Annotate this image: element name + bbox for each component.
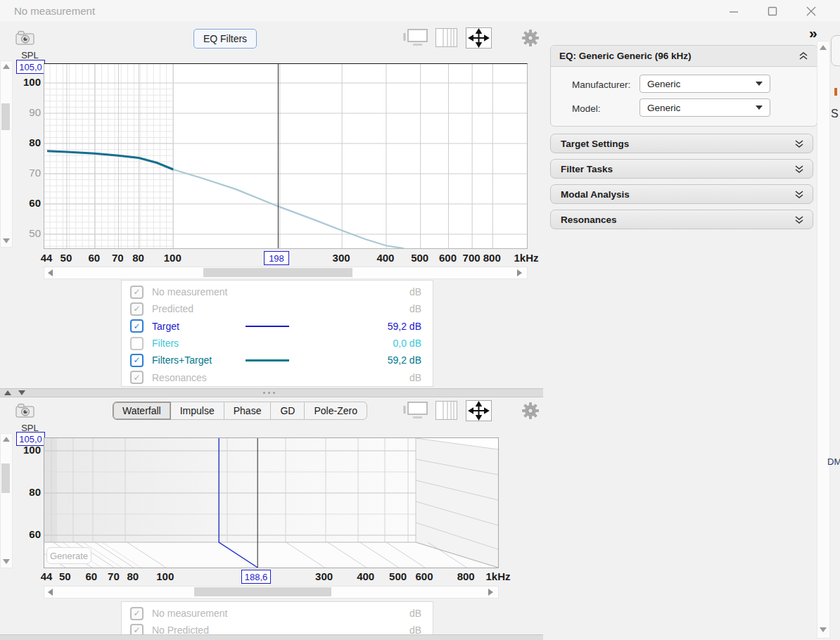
manufacturer-dropdown[interactable]: Generic	[639, 75, 770, 93]
bottom-x-tick-label: 1kHz	[478, 570, 518, 582]
pan-zoom-button-bottom[interactable]	[466, 400, 492, 421]
scroll-left-arrow-icon[interactable]	[48, 589, 53, 596]
capture-image-button[interactable]	[15, 29, 35, 46]
clipped-text-bottom: DM	[827, 456, 840, 467]
section-target-settings[interactable]: Target Settings	[550, 134, 813, 153]
legend-value: dB	[351, 372, 421, 383]
close-button[interactable]	[802, 6, 820, 17]
rew-eq-window: No measurement EQ Filters	[0, 0, 840, 640]
top-y-tick-label: 100	[10, 76, 41, 88]
pan-zoom-button[interactable]	[466, 27, 492, 49]
legend-label: No measurement	[152, 286, 246, 297]
layout-columns-button[interactable]	[435, 28, 457, 47]
legend-row: Filters0,0 dB	[122, 335, 433, 352]
legend-checkbox: ✓	[130, 302, 144, 316]
model-value: Generic	[647, 103, 680, 113]
tab-impulse[interactable]: Impulse	[170, 402, 224, 420]
layout-columns-button-bottom[interactable]	[435, 401, 457, 420]
top-chart-horizontal-scrollbar[interactable]	[44, 267, 528, 279]
splitter-collapse-up-icon[interactable]	[4, 390, 11, 395]
top-y-tick-label: 70	[10, 167, 41, 179]
right-panel-scrollbar[interactable]	[817, 41, 830, 639]
bottom-chart-legend: ✓No measurementdB✓No PredicteddB	[121, 601, 433, 639]
model-dropdown[interactable]: Generic	[639, 98, 770, 117]
splitter-collapse-down-icon[interactable]	[18, 390, 25, 395]
eq-filters-button[interactable]: EQ Filters	[193, 29, 257, 49]
legend-checkbox[interactable]	[130, 337, 144, 350]
vertical-scroll-thumb[interactable]	[1, 463, 10, 493]
capture-to-monitor-button[interactable]	[403, 28, 428, 46]
titlebar: No measurement	[0, 0, 840, 21]
bottom-waterfall-chart[interactable]	[44, 437, 499, 568]
section-resonances[interactable]: Resonances	[550, 210, 813, 229]
section-filter-tasks[interactable]: Filter Tasks	[550, 159, 813, 179]
legend-label: Target	[152, 321, 246, 332]
bottom-chart-horizontal-scrollbar[interactable]	[44, 586, 499, 599]
scroll-down-arrow-icon[interactable]	[3, 559, 10, 564]
expand-chevron-down-icon[interactable]	[794, 190, 804, 199]
bottom-chart-canvas	[44, 438, 498, 568]
clipped-panel-button	[831, 35, 840, 66]
legend-checkbox[interactable]: ✓	[130, 319, 144, 333]
minimize-button[interactable]	[725, 6, 743, 17]
top-chart-canvas	[44, 64, 527, 248]
graph-settings-button[interactable]	[521, 29, 540, 47]
top-chart-legend: ✓No measurementdB✓PredicteddB✓Target59,2…	[121, 280, 433, 387]
legend-label: Resonances	[152, 372, 246, 383]
graph-settings-button-bottom[interactable]	[521, 402, 540, 420]
scroll-right-arrow-icon[interactable]	[517, 269, 522, 276]
tab-waterfall[interactable]: Waterfall	[113, 402, 171, 420]
tab-pole-zero[interactable]: Pole-Zero	[304, 402, 367, 420]
maximize-icon	[768, 6, 777, 16]
top-x-tick-label: 1kHz	[507, 252, 546, 264]
eq-card-header[interactable]: EQ: Generic Generic (96 kHz)	[551, 46, 817, 67]
scroll-down-arrow-icon[interactable]	[820, 627, 827, 632]
scroll-up-arrow-icon[interactable]	[3, 437, 10, 442]
top-spl-chart[interactable]	[44, 63, 528, 249]
legend-checkbox: ✓	[130, 607, 144, 620]
top-axis-max-value[interactable]: 105,0	[16, 60, 45, 74]
camera-icon	[15, 29, 35, 46]
tab-phase[interactable]: Phase	[224, 402, 272, 420]
columns-icon	[435, 28, 457, 47]
legend-row: ✓Filters+Target59,2 dB	[122, 352, 433, 369]
top-y-tick-label: 90	[10, 106, 41, 118]
section-modal-analysis[interactable]: Modal Analysis	[550, 184, 813, 204]
bottom-x-tick-label: 600	[405, 570, 444, 582]
horizontal-scroll-thumb[interactable]	[203, 268, 352, 277]
eq-device-card: EQ: Generic Generic (96 kHz) Manufacture…	[550, 45, 817, 127]
legend-value: 59,2 dB	[351, 354, 421, 366]
top-x-tick-label: 800	[472, 252, 511, 264]
top-y-tick-label: 60	[10, 197, 41, 209]
window-title: No measurement	[14, 5, 95, 17]
expand-panel-chevrons[interactable]: »	[809, 25, 817, 41]
pane-splitter[interactable]	[0, 388, 543, 397]
capture-to-monitor-button-bottom[interactable]	[403, 401, 428, 419]
legend-checkbox[interactable]: ✓	[130, 354, 144, 367]
legend-row: ✓Target59,2 dB	[122, 318, 433, 335]
scroll-up-arrow-icon[interactable]	[3, 64, 10, 69]
bottom-y-tick-label: 100	[10, 444, 41, 456]
expand-chevron-down-icon[interactable]	[794, 215, 804, 224]
bottom-splitter[interactable]	[0, 634, 543, 640]
gear-icon	[521, 402, 540, 420]
bottom-cursor-frequency[interactable]: 188,6	[241, 570, 271, 584]
maximize-button[interactable]	[763, 6, 782, 17]
top-chart-vertical-scrollbar[interactable]	[0, 60, 13, 248]
collapse-chevron-up-icon[interactable]	[798, 51, 808, 60]
scroll-left-arrow-icon[interactable]	[48, 269, 53, 276]
generate-waterfall-button[interactable]: Generate	[46, 547, 91, 564]
tab-gd[interactable]: GD	[270, 402, 305, 420]
expand-chevron-down-icon[interactable]	[794, 165, 804, 174]
capture-image-button-bottom[interactable]	[15, 402, 35, 419]
scroll-down-arrow-icon[interactable]	[3, 238, 10, 243]
monitor-icon	[403, 28, 428, 46]
expand-chevron-down-icon[interactable]	[794, 139, 804, 148]
top-cursor-frequency[interactable]: 198	[264, 251, 289, 265]
scroll-right-arrow-icon[interactable]	[488, 589, 493, 596]
scroll-up-arrow-icon[interactable]	[820, 45, 827, 50]
splitter-grip-icon[interactable]	[263, 392, 275, 394]
vertical-scroll-thumb[interactable]	[1, 103, 10, 130]
horizontal-scroll-thumb[interactable]	[194, 587, 331, 596]
manufacturer-value: Generic	[647, 79, 680, 89]
